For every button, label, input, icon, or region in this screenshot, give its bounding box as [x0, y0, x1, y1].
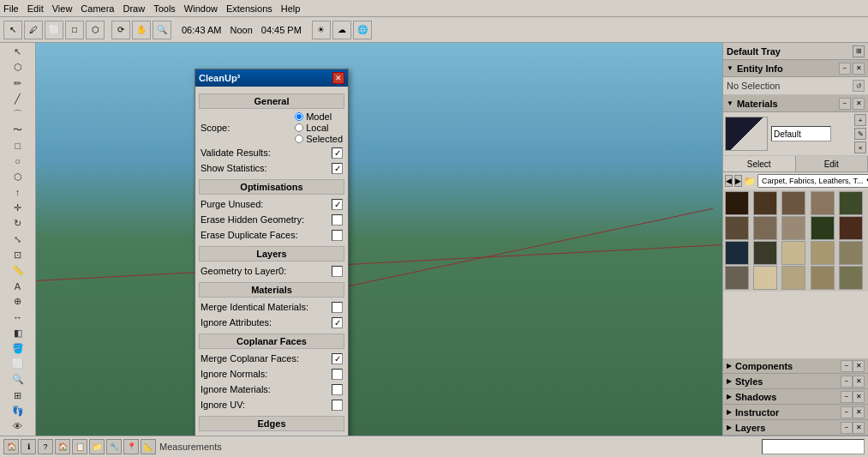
menu-help[interactable]: Help [281, 3, 301, 14]
mat-select-tab[interactable]: Select [723, 156, 796, 171]
tool-eraser[interactable]: ⬜ [8, 357, 28, 371]
tb-sun[interactable]: ☀ [312, 21, 331, 39]
mat-cell-8[interactable] [781, 216, 805, 240]
tool-section[interactable]: ◧ [8, 326, 28, 340]
tool-look[interactable]: 👁 [8, 419, 28, 434]
tb-geo[interactable]: 🌐 [353, 21, 372, 39]
layers-close[interactable]: ✕ [853, 422, 865, 434]
tb-erase[interactable]: ⬜ [45, 21, 63, 39]
mat-cell-17[interactable] [753, 266, 777, 290]
styles-close[interactable]: ✕ [853, 376, 865, 388]
scope-model-radio[interactable] [295, 112, 303, 121]
mat-nav-fwd[interactable]: ▶ [734, 175, 742, 187]
mat-cell-2[interactable] [753, 191, 777, 215]
menu-view[interactable]: View [52, 3, 73, 14]
entity-refresh-icon[interactable]: ↺ [853, 80, 865, 92]
styles-header[interactable]: ▶ Styles − ✕ [723, 374, 868, 389]
menu-camera[interactable]: Camera [81, 3, 114, 14]
tool-scale[interactable]: ⤡ [8, 232, 28, 246]
mat-cell-4[interactable] [811, 191, 835, 215]
scope-local-radio[interactable] [295, 123, 303, 132]
mat-cell-11[interactable] [725, 241, 749, 265]
mat-cell-15[interactable] [839, 241, 863, 265]
validate-results-checkbox[interactable] [332, 147, 343, 159]
mat-cell-14[interactable] [811, 241, 835, 265]
tool-zoom-ext[interactable]: ⊞ [8, 388, 28, 402]
status-icon-8[interactable]: 📍 [123, 439, 139, 454]
tool-component[interactable]: ⬡ [8, 60, 28, 75]
tool-pushpull[interactable]: ↑ [8, 185, 28, 200]
shadows-header[interactable]: ▶ Shadows − ✕ [723, 389, 868, 405]
tb-zoom[interactable]: 🔍 [153, 21, 171, 39]
tool-dims[interactable]: ↔ [8, 310, 28, 324]
tool-circle[interactable]: ○ [8, 153, 28, 168]
tool-offset[interactable]: ⊡ [8, 248, 28, 262]
mat-cell-1[interactable] [725, 191, 749, 215]
menu-tools[interactable]: Tools [153, 3, 176, 14]
tb-cloud[interactable]: ☁ [332, 21, 351, 39]
tb-component[interactable]: ⬡ [86, 21, 105, 39]
tool-move[interactable]: ✛ [8, 201, 28, 215]
mat-cell-18[interactable] [781, 266, 805, 290]
dialog-close-button[interactable]: ✕ [332, 72, 344, 84]
components-close[interactable]: ✕ [853, 360, 865, 372]
tray-options-button[interactable]: ⊞ [853, 45, 865, 57]
mat-name-input[interactable] [771, 126, 831, 141]
mat-cell-12[interactable] [753, 241, 777, 265]
entity-info-close[interactable]: ✕ [853, 63, 865, 75]
tb-orbit[interactable]: ⟳ [111, 21, 130, 39]
layers-header[interactable]: ▶ Layers − ✕ [723, 420, 868, 436]
purge-unused-checkbox[interactable] [332, 199, 343, 210]
tool-zoom-win[interactable]: 🔍 [8, 372, 28, 387]
menu-edit[interactable]: Edit [27, 3, 44, 14]
tool-walkthrough[interactable]: 👣 [8, 404, 28, 418]
tool-freehand[interactable]: 〜 [8, 123, 28, 137]
menu-window[interactable]: Window [184, 3, 218, 14]
layers-pin[interactable]: − [841, 422, 853, 434]
menu-file[interactable]: File [3, 3, 19, 14]
materials-header[interactable]: ▼ Materials − ✕ [723, 95, 868, 112]
tool-axes[interactable]: ⊕ [8, 294, 28, 309]
tb-pan[interactable]: ✋ [132, 21, 151, 39]
mat-cell-19[interactable] [811, 266, 835, 290]
merge-identical-checkbox[interactable] [332, 302, 343, 313]
instructor-close[interactable]: ✕ [853, 406, 865, 418]
styles-pin[interactable]: − [841, 376, 853, 388]
mat-cell-10[interactable] [839, 216, 863, 240]
mat-cell-6[interactable] [725, 216, 749, 240]
mat-sample-btn[interactable]: ✎ [854, 128, 866, 140]
tb-paint[interactable]: 🖊 [24, 21, 43, 39]
mat-cell-9[interactable] [811, 216, 835, 240]
mat-cell-3[interactable] [781, 191, 805, 215]
components-pin[interactable]: − [841, 360, 853, 372]
menu-draw[interactable]: Draw [123, 3, 145, 14]
status-icon-6[interactable]: 📁 [89, 439, 105, 454]
tool-paint[interactable]: 🪣 [8, 341, 28, 356]
ignore-normals-checkbox[interactable] [332, 369, 343, 380]
scope-selected-radio[interactable] [295, 135, 303, 143]
instructor-pin[interactable]: − [841, 406, 853, 418]
dialog-titlebar[interactable]: CleanUp³ ✕ [195, 69, 348, 87]
mat-edit-tab[interactable]: Edit [796, 156, 869, 171]
tool-select[interactable]: ↖ [8, 45, 28, 59]
ignore-uv-checkbox[interactable] [332, 400, 343, 411]
status-icon-2[interactable]: ℹ [21, 439, 36, 454]
tool-polygon[interactable]: ⬡ [8, 170, 28, 184]
status-icon-7[interactable]: 🔧 [106, 439, 122, 454]
instructor-header[interactable]: ▶ Instructor − ✕ [723, 405, 868, 420]
tool-rotate[interactable]: ↻ [8, 216, 28, 231]
menu-extensions[interactable]: Extensions [226, 3, 272, 14]
shadows-pin[interactable]: − [841, 391, 853, 403]
tool-rect[interactable]: □ [8, 138, 28, 153]
tool-arc[interactable]: ⌒ [8, 107, 28, 122]
shadows-close[interactable]: ✕ [853, 391, 865, 403]
status-icon-3[interactable]: ? [38, 439, 53, 454]
erase-hidden-checkbox[interactable] [332, 214, 343, 225]
mat-delete-btn[interactable]: × [854, 141, 866, 153]
mat-cell-13[interactable] [781, 241, 805, 265]
measurements-input[interactable] [762, 439, 865, 454]
status-icon-5[interactable]: 📋 [72, 439, 87, 454]
mat-cell-5[interactable] [839, 191, 863, 215]
status-icon-4[interactable]: 🏠 [55, 439, 70, 454]
tb-select[interactable]: ↖ [3, 21, 22, 39]
